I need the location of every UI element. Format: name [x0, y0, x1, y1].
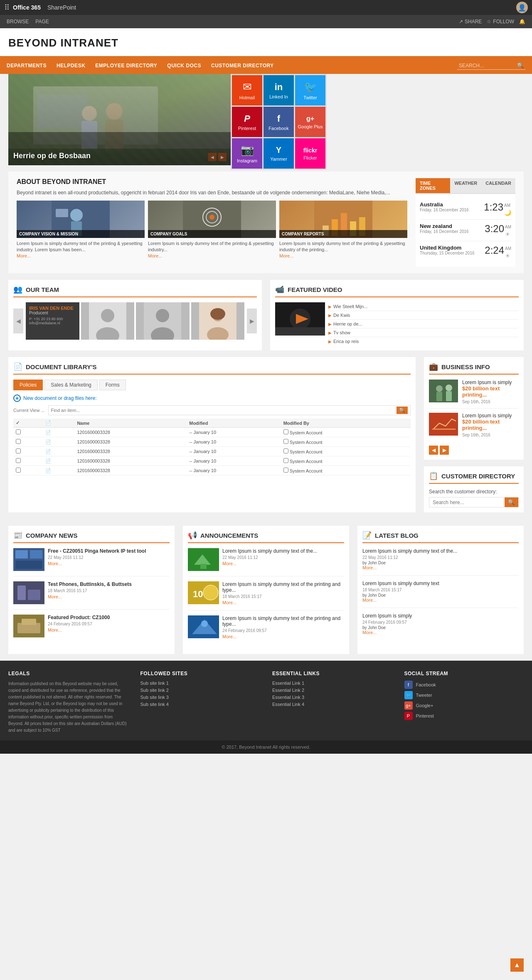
- nav-search-input[interactable]: [459, 63, 517, 69]
- card-reports-text: Lorem Ipsum is simply dummy text of the …: [279, 240, 407, 253]
- user-avatar[interactable]: 👤: [516, 2, 528, 13]
- footer-bottom: © 2017, Beyond Intranet All rights reser…: [0, 740, 532, 754]
- doc-search-input[interactable]: [51, 408, 397, 413]
- news-more-2[interactable]: More...: [48, 594, 170, 599]
- team-prev-btn[interactable]: ◀: [13, 309, 23, 333]
- video-item-2[interactable]: ▶ De Kwis: [328, 311, 519, 320]
- row-checkbox-2[interactable]: [16, 439, 21, 444]
- notifications-action[interactable]: 🔔: [519, 19, 525, 24]
- card-vision-more[interactable]: More...: [17, 253, 145, 258]
- tile-googleplus[interactable]: g+ Google Plus: [295, 107, 325, 137]
- doc-filter-row: Current View ... 🔍: [13, 405, 411, 415]
- tz-tab-timezones[interactable]: TIME ZONES: [416, 178, 450, 193]
- news-more-1[interactable]: More...: [48, 561, 170, 566]
- nav-page[interactable]: PAGE: [35, 19, 49, 24]
- blog-more-2[interactable]: More...: [362, 598, 519, 603]
- nav-departments[interactable]: DEPARTMENTS: [7, 63, 47, 69]
- tile-instagram[interactable]: 📷 Instagram: [232, 138, 262, 169]
- biz-prev-btn[interactable]: ◀: [429, 446, 438, 455]
- account-check-5[interactable]: [283, 468, 288, 473]
- tz-tab-calendar[interactable]: CALENDAR: [481, 178, 515, 193]
- video-item-4[interactable]: ▶ Tv show: [328, 328, 519, 337]
- news-more-3[interactable]: More...: [48, 627, 170, 632]
- copyright-text: © 2017, Beyond Intranet All rights reser…: [222, 745, 310, 750]
- cdir-search-button[interactable]: 🔍: [505, 497, 518, 507]
- nav-quick-docs[interactable]: QUICK DOCS: [167, 63, 201, 69]
- customer-directory-section: 📋 CUSTOMER DIRECTORY Search the customer…: [424, 466, 524, 512]
- doc-tab-forms[interactable]: Forms: [99, 380, 126, 390]
- video-thumbnail[interactable]: [275, 302, 325, 336]
- footer-essential-link-4[interactable]: Essential Link 4: [272, 702, 392, 707]
- news-content-1: Free - CZ20051 Pinga Network IP test too…: [48, 548, 170, 571]
- footer-sub-link-3[interactable]: Sub site link 3: [140, 695, 260, 700]
- footer-essential-link-3[interactable]: Essential Link 3: [272, 695, 392, 700]
- doc-search[interactable]: 🔍: [48, 405, 411, 415]
- grid-icon[interactable]: ⠿: [4, 3, 10, 12]
- footer-twitter[interactable]: 🐦 Tweeter: [404, 691, 524, 699]
- cdir-search-input[interactable]: [429, 498, 505, 507]
- tile-flickr[interactable]: flickr Flicker: [295, 138, 325, 169]
- ann-more-2[interactable]: More...: [222, 600, 344, 605]
- card-vision-image: COMPANY VISION & MISSION: [17, 201, 145, 238]
- nav-employee-directory[interactable]: EMPLOYEE DIRECTORY: [95, 63, 157, 69]
- biz-next-btn[interactable]: ▶: [440, 446, 449, 455]
- footer-essential-link-1[interactable]: Essential Link 1: [272, 681, 392, 686]
- tile-facebook[interactable]: f Facebook: [264, 107, 294, 137]
- footer-facebook[interactable]: f Facebook: [404, 681, 524, 689]
- row-checkbox-5[interactable]: [16, 468, 21, 473]
- nav-browse[interactable]: BROWSE: [7, 19, 29, 24]
- news-icon: 📰: [13, 531, 22, 540]
- featured-video-title-row: 📹 FEATURED VIDEO: [275, 285, 519, 297]
- row-checkbox-1[interactable]: [16, 429, 21, 434]
- ann-more-3[interactable]: More...: [222, 634, 344, 639]
- account-check-2[interactable]: [283, 439, 288, 444]
- video-item-1[interactable]: ▶ Wie Steelt Mijn...: [328, 302, 519, 311]
- video-arrow-icon: ▶: [328, 304, 332, 309]
- ann-icon: 📢: [188, 531, 197, 540]
- ann-more-1[interactable]: More...: [222, 561, 344, 566]
- account-check-3[interactable]: [283, 448, 288, 453]
- footer-google[interactable]: g+ Google+: [404, 701, 524, 710]
- doc-tab-policies[interactable]: Policies: [13, 380, 43, 390]
- footer-pinterest[interactable]: P Pinterest: [404, 712, 524, 720]
- card-goals-more[interactable]: More...: [148, 253, 276, 258]
- tile-linkedin[interactable]: in Linked In: [264, 75, 294, 105]
- tile-yammer[interactable]: Y Yammer: [264, 138, 294, 169]
- tile-pinterest[interactable]: P Pinterest: [232, 107, 262, 137]
- video-item-3[interactable]: ▶ Herrie op de...: [328, 320, 519, 328]
- blog-more-1[interactable]: More...: [362, 565, 519, 570]
- nav-customer-directory[interactable]: CUSTOMER DIRECTORY: [211, 63, 274, 69]
- footer-sub-link-4[interactable]: Sub site link 4: [140, 702, 260, 707]
- account-check-4[interactable]: [283, 458, 288, 463]
- team-next-btn[interactable]: ▶: [247, 309, 257, 333]
- doc-tab-sales[interactable]: Sales & Marketing: [44, 380, 97, 390]
- nav-search[interactable]: 🔍: [457, 61, 525, 70]
- linkedin-icon: in: [275, 82, 283, 93]
- row-checkbox-4[interactable]: [16, 458, 21, 463]
- blog-more-3[interactable]: More...: [362, 630, 519, 635]
- cdir-search[interactable]: 🔍: [429, 497, 519, 507]
- footer-sub-link-1[interactable]: Sub site link 1: [140, 681, 260, 686]
- nav-bar: BROWSE PAGE ↗ SHARE ☆ FOLLOW 🔔: [0, 15, 532, 28]
- doc-new-button[interactable]: + New document or drag files here:: [13, 394, 411, 402]
- tile-hotmail[interactable]: ✉ Hotmail: [232, 75, 262, 105]
- follow-action[interactable]: ☆ FOLLOW: [487, 19, 514, 24]
- instagram-icon: 📷: [241, 144, 254, 157]
- video-item-5[interactable]: ▶ Erica op reis: [328, 337, 519, 345]
- card-reports-more[interactable]: More...: [279, 253, 407, 258]
- ann-title-row: 📢 ANNOUNCEMENTS: [188, 531, 344, 543]
- svg-rect-43: [432, 429, 456, 430]
- account-check-1[interactable]: [283, 429, 288, 434]
- card-reports: COMPANY REPORTS Lorem Ipsum is simply du…: [279, 201, 407, 258]
- footer-sub-link-2[interactable]: Sub site link 2: [140, 688, 260, 693]
- row-checkbox-3[interactable]: [16, 448, 21, 453]
- doc-search-button[interactable]: 🔍: [397, 407, 408, 414]
- tile-twitter[interactable]: 🐦 Twitter: [295, 75, 325, 105]
- tz-tab-weather[interactable]: WEATHER: [450, 178, 481, 193]
- share-action[interactable]: ↗ SHARE: [459, 19, 482, 24]
- footer-social: SOCIAL STREAM f Facebook 🐦 Tweeter g+ Go…: [404, 671, 524, 734]
- doc-modified-by-3: System Account: [281, 447, 411, 456]
- nav-helpdesk[interactable]: HELPDESK: [57, 63, 85, 69]
- footer-essential-link-2[interactable]: Essential Link 2: [272, 688, 392, 693]
- footer-twitter-icon: 🐦: [404, 691, 413, 699]
